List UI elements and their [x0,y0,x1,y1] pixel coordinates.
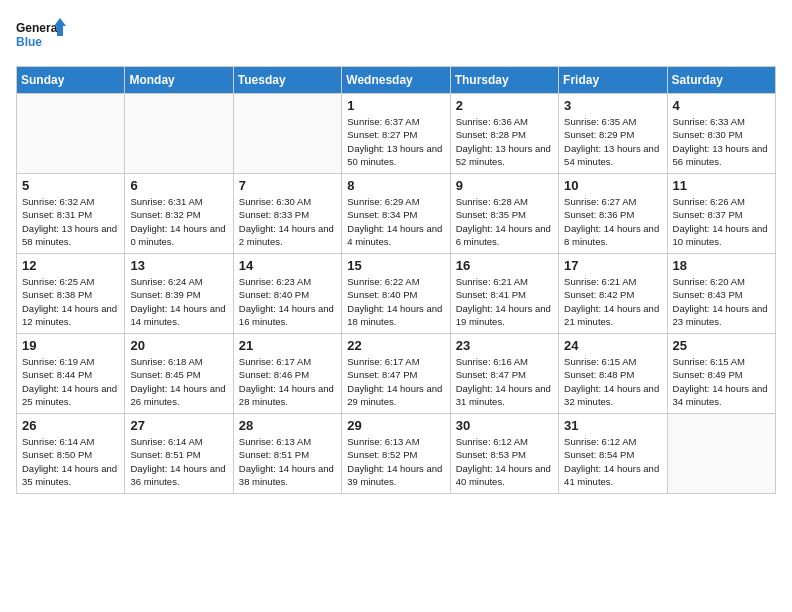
col-header-tuesday: Tuesday [233,67,341,94]
calendar-cell: 19 Sunrise: 6:19 AM Sunset: 8:44 PM Dayl… [17,334,125,414]
daylight-text: Daylight: 14 hours and 12 minutes. [22,303,117,327]
calendar-cell: 17 Sunrise: 6:21 AM Sunset: 8:42 PM Dayl… [559,254,667,334]
calendar-cell: 18 Sunrise: 6:20 AM Sunset: 8:43 PM Dayl… [667,254,775,334]
day-number: 27 [130,418,227,433]
calendar-cell [667,414,775,494]
calendar-cell: 20 Sunrise: 6:18 AM Sunset: 8:45 PM Dayl… [125,334,233,414]
day-number: 19 [22,338,119,353]
week-row-2: 5 Sunrise: 6:32 AM Sunset: 8:31 PM Dayli… [17,174,776,254]
day-info: Sunrise: 6:31 AM Sunset: 8:32 PM Dayligh… [130,195,227,248]
day-number: 22 [347,338,444,353]
daylight-text: Daylight: 14 hours and 38 minutes. [239,463,334,487]
sunrise-text: Sunrise: 6:17 AM [239,356,311,367]
sunrise-text: Sunrise: 6:12 AM [564,436,636,447]
sunset-text: Sunset: 8:48 PM [564,369,634,380]
day-number: 17 [564,258,661,273]
day-number: 23 [456,338,553,353]
sunrise-text: Sunrise: 6:29 AM [347,196,419,207]
daylight-text: Daylight: 14 hours and 41 minutes. [564,463,659,487]
sunset-text: Sunset: 8:35 PM [456,209,526,220]
calendar-cell: 2 Sunrise: 6:36 AM Sunset: 8:28 PM Dayli… [450,94,558,174]
day-info: Sunrise: 6:12 AM Sunset: 8:53 PM Dayligh… [456,435,553,488]
daylight-text: Daylight: 14 hours and 6 minutes. [456,223,551,247]
sunset-text: Sunset: 8:40 PM [347,289,417,300]
daylight-text: Daylight: 14 hours and 25 minutes. [22,383,117,407]
sunset-text: Sunset: 8:45 PM [130,369,200,380]
col-header-saturday: Saturday [667,67,775,94]
daylight-text: Daylight: 14 hours and 18 minutes. [347,303,442,327]
col-header-monday: Monday [125,67,233,94]
week-row-4: 19 Sunrise: 6:19 AM Sunset: 8:44 PM Dayl… [17,334,776,414]
week-row-5: 26 Sunrise: 6:14 AM Sunset: 8:50 PM Dayl… [17,414,776,494]
sunrise-text: Sunrise: 6:31 AM [130,196,202,207]
calendar-cell: 3 Sunrise: 6:35 AM Sunset: 8:29 PM Dayli… [559,94,667,174]
sunset-text: Sunset: 8:50 PM [22,449,92,460]
calendar-cell: 13 Sunrise: 6:24 AM Sunset: 8:39 PM Dayl… [125,254,233,334]
day-number: 29 [347,418,444,433]
day-number: 12 [22,258,119,273]
calendar-cell: 16 Sunrise: 6:21 AM Sunset: 8:41 PM Dayl… [450,254,558,334]
sunset-text: Sunset: 8:44 PM [22,369,92,380]
sunrise-text: Sunrise: 6:30 AM [239,196,311,207]
sunrise-text: Sunrise: 6:13 AM [347,436,419,447]
week-row-1: 1 Sunrise: 6:37 AM Sunset: 8:27 PM Dayli… [17,94,776,174]
sunset-text: Sunset: 8:47 PM [347,369,417,380]
col-header-sunday: Sunday [17,67,125,94]
daylight-text: Daylight: 14 hours and 10 minutes. [673,223,768,247]
daylight-text: Daylight: 14 hours and 16 minutes. [239,303,334,327]
calendar-cell: 5 Sunrise: 6:32 AM Sunset: 8:31 PM Dayli… [17,174,125,254]
day-info: Sunrise: 6:14 AM Sunset: 8:51 PM Dayligh… [130,435,227,488]
day-info: Sunrise: 6:28 AM Sunset: 8:35 PM Dayligh… [456,195,553,248]
day-info: Sunrise: 6:15 AM Sunset: 8:49 PM Dayligh… [673,355,770,408]
day-info: Sunrise: 6:32 AM Sunset: 8:31 PM Dayligh… [22,195,119,248]
day-number: 4 [673,98,770,113]
day-info: Sunrise: 6:12 AM Sunset: 8:54 PM Dayligh… [564,435,661,488]
daylight-text: Daylight: 13 hours and 52 minutes. [456,143,551,167]
daylight-text: Daylight: 14 hours and 19 minutes. [456,303,551,327]
calendar-cell [233,94,341,174]
sunrise-text: Sunrise: 6:15 AM [564,356,636,367]
calendar-cell: 12 Sunrise: 6:25 AM Sunset: 8:38 PM Dayl… [17,254,125,334]
calendar-cell: 11 Sunrise: 6:26 AM Sunset: 8:37 PM Dayl… [667,174,775,254]
day-number: 26 [22,418,119,433]
daylight-text: Daylight: 14 hours and 36 minutes. [130,463,225,487]
sunrise-text: Sunrise: 6:27 AM [564,196,636,207]
sunset-text: Sunset: 8:27 PM [347,129,417,140]
calendar-cell: 8 Sunrise: 6:29 AM Sunset: 8:34 PM Dayli… [342,174,450,254]
calendar-cell: 4 Sunrise: 6:33 AM Sunset: 8:30 PM Dayli… [667,94,775,174]
day-number: 25 [673,338,770,353]
day-number: 8 [347,178,444,193]
sunrise-text: Sunrise: 6:26 AM [673,196,745,207]
daylight-text: Daylight: 14 hours and 32 minutes. [564,383,659,407]
calendar-cell: 31 Sunrise: 6:12 AM Sunset: 8:54 PM Dayl… [559,414,667,494]
sunrise-text: Sunrise: 6:23 AM [239,276,311,287]
sunset-text: Sunset: 8:28 PM [456,129,526,140]
sunrise-text: Sunrise: 6:14 AM [22,436,94,447]
sunset-text: Sunset: 8:39 PM [130,289,200,300]
day-info: Sunrise: 6:24 AM Sunset: 8:39 PM Dayligh… [130,275,227,328]
day-info: Sunrise: 6:17 AM Sunset: 8:46 PM Dayligh… [239,355,336,408]
day-number: 2 [456,98,553,113]
sunset-text: Sunset: 8:36 PM [564,209,634,220]
day-number: 20 [130,338,227,353]
day-info: Sunrise: 6:37 AM Sunset: 8:27 PM Dayligh… [347,115,444,168]
sunset-text: Sunset: 8:33 PM [239,209,309,220]
daylight-text: Daylight: 14 hours and 31 minutes. [456,383,551,407]
day-info: Sunrise: 6:36 AM Sunset: 8:28 PM Dayligh… [456,115,553,168]
sunrise-text: Sunrise: 6:24 AM [130,276,202,287]
page-header: General Blue [16,16,776,58]
sunrise-text: Sunrise: 6:21 AM [456,276,528,287]
calendar-cell: 9 Sunrise: 6:28 AM Sunset: 8:35 PM Dayli… [450,174,558,254]
sunset-text: Sunset: 8:54 PM [564,449,634,460]
day-number: 10 [564,178,661,193]
sunset-text: Sunset: 8:46 PM [239,369,309,380]
sunrise-text: Sunrise: 6:19 AM [22,356,94,367]
daylight-text: Daylight: 14 hours and 21 minutes. [564,303,659,327]
sunset-text: Sunset: 8:29 PM [564,129,634,140]
sunset-text: Sunset: 8:34 PM [347,209,417,220]
day-number: 14 [239,258,336,273]
day-number: 31 [564,418,661,433]
day-number: 9 [456,178,553,193]
calendar-cell: 15 Sunrise: 6:22 AM Sunset: 8:40 PM Dayl… [342,254,450,334]
calendar-cell: 23 Sunrise: 6:16 AM Sunset: 8:47 PM Dayl… [450,334,558,414]
